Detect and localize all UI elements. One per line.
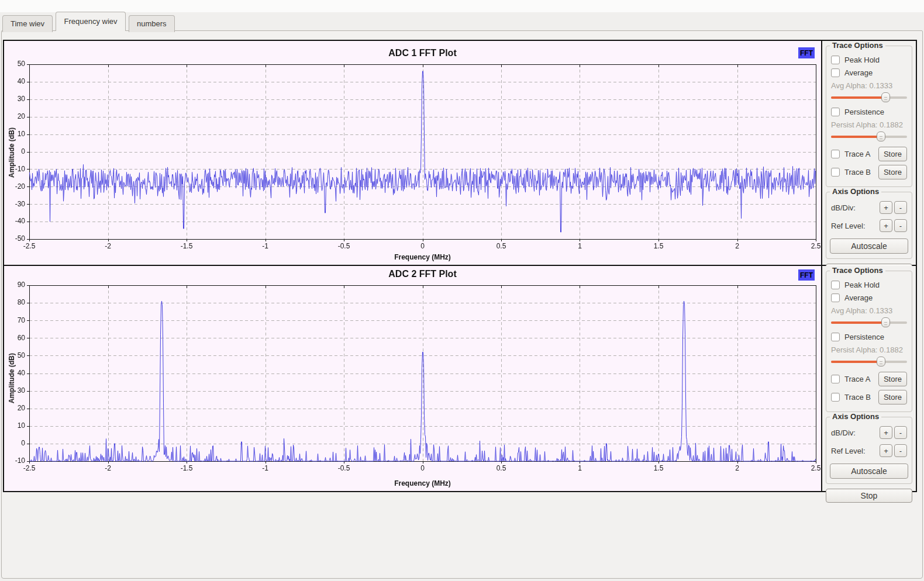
persist-alpha-label: Persist Alpha: 0.1882 xyxy=(831,345,907,354)
ref-level-row: Ref Level: + - xyxy=(831,219,907,232)
persistence-label: Persistence xyxy=(844,108,884,116)
axis-options-title: Axis Options xyxy=(830,412,881,421)
trace-a-label: Trace A xyxy=(844,150,870,158)
peak-hold-row[interactable]: Peak Hold xyxy=(831,281,907,289)
tab-time-view[interactable]: Time wiev xyxy=(2,15,53,32)
average-label: Average xyxy=(844,293,873,302)
peak-hold-checkbox[interactable] xyxy=(831,56,840,64)
avg-alpha-slider[interactable] xyxy=(831,92,907,103)
trace-a-checkbox[interactable] xyxy=(831,375,840,383)
db-div-minus-button[interactable]: - xyxy=(894,201,907,214)
trace-a-checkbox[interactable] xyxy=(831,150,840,158)
window-top-strip xyxy=(0,0,924,12)
trace-options-title: Trace Options xyxy=(830,266,885,275)
peak-hold-row[interactable]: Peak Hold xyxy=(831,56,907,64)
stop-button[interactable]: Stop xyxy=(826,489,912,503)
trace-b-checkbox[interactable] xyxy=(831,168,840,177)
peak-hold-label: Peak Hold xyxy=(844,281,880,289)
ref-level-minus-button[interactable]: - xyxy=(894,219,907,232)
slider-handle[interactable] xyxy=(881,92,890,102)
axis-options-group: Axis Options dB/Div: + - Ref Level: + - xyxy=(826,417,912,484)
avg-alpha-slider[interactable] xyxy=(831,317,907,328)
y-axis-label: Amplitude (dB) xyxy=(8,340,16,416)
plot-row-adc1: ADC 1 FFT Plot FFT Frequency (MHz) Ampli… xyxy=(4,41,916,266)
x-axis-label: Frequency (MHz) xyxy=(29,479,816,487)
y-axis-label: Amplitude (dB) xyxy=(8,115,16,191)
store-trace-b-button[interactable]: Store xyxy=(878,165,907,179)
x-axis-label: Frequency (MHz) xyxy=(29,253,816,261)
trace-a-row: Trace A Store xyxy=(831,147,907,161)
store-trace-b-button[interactable]: Store xyxy=(878,390,907,404)
adc1-fft-canvas[interactable] xyxy=(4,41,821,265)
persistence-label: Persistence xyxy=(844,333,884,341)
persistence-checkbox[interactable] xyxy=(831,108,840,116)
average-row[interactable]: Average xyxy=(831,293,907,302)
trace-b-label: Trace B xyxy=(844,168,871,177)
db-div-label: dB/Div: xyxy=(831,428,856,437)
db-div-label: dB/Div: xyxy=(831,203,856,212)
trace-b-label: Trace B xyxy=(844,393,871,402)
plot-title: ADC 2 FFT Plot xyxy=(29,269,816,279)
ref-level-plus-button[interactable]: + xyxy=(880,444,892,457)
db-div-plus-button[interactable]: + xyxy=(880,426,892,439)
persistence-row[interactable]: Persistence xyxy=(831,333,907,341)
autoscale-button[interactable]: Autoscale xyxy=(830,464,908,479)
slider-handle[interactable] xyxy=(877,357,885,366)
trace-b-checkbox[interactable] xyxy=(831,393,840,402)
slider-handle[interactable] xyxy=(877,132,885,141)
tab-content-frequency-view: ADC 1 FFT Plot FFT Frequency (MHz) Ampli… xyxy=(1,30,923,579)
tab-bar: Time wiev Frequency wiev numbers xyxy=(0,12,924,30)
slider-fill xyxy=(831,96,886,99)
persistence-checkbox[interactable] xyxy=(831,333,840,341)
trace-a-row: Trace A Store xyxy=(831,372,907,386)
store-trace-a-button[interactable]: Store xyxy=(878,147,907,161)
slider-handle[interactable] xyxy=(881,317,890,327)
avg-alpha-label: Avg Alpha: 0.1333 xyxy=(831,81,907,90)
trace-a-label: Trace A xyxy=(844,375,870,383)
control-panel-adc2: Trace Options Peak Hold Average Avg Alph… xyxy=(821,266,916,491)
average-checkbox[interactable] xyxy=(831,68,840,77)
peak-hold-checkbox[interactable] xyxy=(831,281,840,289)
persist-alpha-label: Persist Alpha: 0.1882 xyxy=(831,120,907,129)
trace-options-group: Trace Options Peak Hold Average Avg Alph… xyxy=(826,46,912,187)
plot-area-adc2: ADC 2 FFT Plot FFT Frequency (MHz) Ampli… xyxy=(4,266,821,491)
ref-level-label: Ref Level: xyxy=(831,222,866,230)
ref-level-row: Ref Level: + - xyxy=(831,444,907,457)
average-checkbox[interactable] xyxy=(831,293,840,302)
control-panel-adc1: Trace Options Peak Hold Average Avg Alph… xyxy=(821,41,916,265)
plot-row-adc2: ADC 2 FFT Plot FFT Frequency (MHz) Ampli… xyxy=(4,266,916,491)
slider-fill xyxy=(831,361,881,363)
store-trace-a-button[interactable]: Store xyxy=(878,372,907,386)
average-row[interactable]: Average xyxy=(831,68,907,77)
ref-level-plus-button[interactable]: + xyxy=(880,219,892,232)
slider-fill xyxy=(831,321,886,324)
fft-badge: FFT xyxy=(798,269,815,281)
persist-alpha-slider[interactable] xyxy=(831,132,907,142)
adc2-fft-canvas[interactable] xyxy=(4,266,821,491)
db-div-row: dB/Div: + - xyxy=(831,426,907,439)
ref-level-label: Ref Level: xyxy=(831,447,866,455)
axis-options-group: Axis Options dB/Div: + - Ref Level: + - xyxy=(826,192,912,259)
trace-b-row: Trace B Store xyxy=(831,390,907,404)
fft-badge: FFT xyxy=(798,47,815,58)
tab-numbers[interactable]: numbers xyxy=(129,15,175,32)
axis-options-title: Axis Options xyxy=(830,187,881,196)
db-div-plus-button[interactable]: + xyxy=(880,201,892,214)
plot-area-adc1: ADC 1 FFT Plot FFT Frequency (MHz) Ampli… xyxy=(4,41,821,265)
peak-hold-label: Peak Hold xyxy=(844,56,880,64)
db-div-minus-button[interactable]: - xyxy=(894,426,907,439)
plot-title: ADC 1 FFT Plot xyxy=(29,48,816,58)
slider-fill xyxy=(831,136,881,138)
trace-options-group: Trace Options Peak Hold Average Avg Alph… xyxy=(826,271,912,412)
autoscale-button[interactable]: Autoscale xyxy=(830,238,908,254)
db-div-row: dB/Div: + - xyxy=(831,201,907,214)
persistence-row[interactable]: Persistence xyxy=(831,108,907,116)
persist-alpha-slider[interactable] xyxy=(831,357,907,367)
trace-options-title: Trace Options xyxy=(830,41,885,50)
trace-b-row: Trace B Store xyxy=(831,165,907,179)
avg-alpha-label: Avg Alpha: 0.1333 xyxy=(831,306,907,315)
average-label: Average xyxy=(844,68,873,77)
ref-level-minus-button[interactable]: - xyxy=(894,444,907,457)
fft-plots-panel: ADC 1 FFT Plot FFT Frequency (MHz) Ampli… xyxy=(3,40,917,492)
tab-frequency-view[interactable]: Frequency wiev xyxy=(56,12,125,31)
